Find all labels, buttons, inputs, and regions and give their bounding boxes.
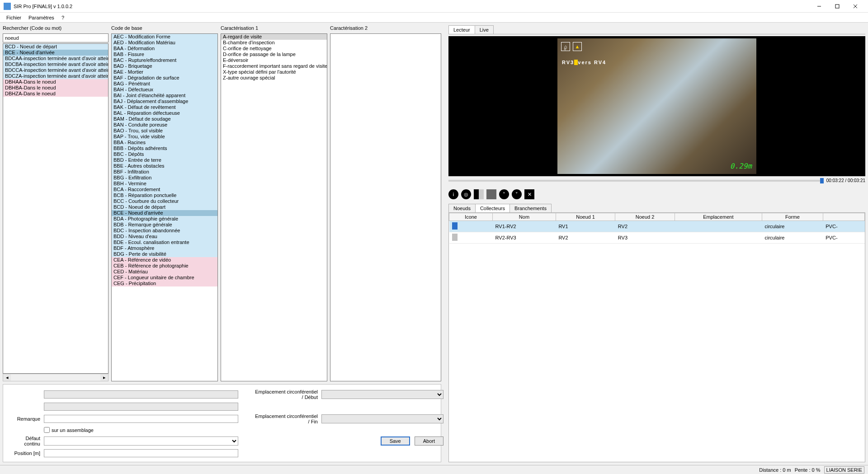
carac2-list[interactable] (330, 33, 441, 381)
search-result-item[interactable]: BCE - Noeud d'arrivée (3, 50, 108, 56)
carac1-list[interactable]: A-regard de visiteB-chambre d'inspection… (221, 33, 327, 381)
carac1-item[interactable]: A-regard de visite (221, 34, 327, 40)
code-item[interactable]: BAD - Briquetage (112, 63, 217, 69)
table-header[interactable]: Nom (493, 213, 556, 221)
abort-button[interactable]: Abort (415, 436, 443, 446)
code-item[interactable]: BAE - Mortier (112, 69, 217, 75)
code-item[interactable]: BDC - Inspection abandonnée (112, 228, 217, 234)
code-item[interactable]: BAB - Fissure (112, 52, 217, 57)
search-result-item[interactable]: BDCZA-inspection terminée avant d'avoir … (3, 73, 108, 79)
code-item[interactable]: BBH - Vermine (112, 181, 217, 187)
code-item[interactable]: CED - Matériau (112, 269, 217, 275)
carac1-item[interactable]: D-orifice de passage de la lampe (221, 52, 327, 57)
code-item[interactable]: BAN - Conduite poreuse (112, 122, 217, 128)
table-header[interactable]: Emplacement (675, 213, 762, 221)
save-button[interactable]: Save (381, 436, 410, 446)
search-result-item[interactable]: BDCCA-inspection terminée avant d'avoir … (3, 67, 108, 73)
code-item[interactable]: BBF - Infiltration (112, 169, 217, 175)
code-item[interactable]: BBB - Dépôts adhérents (112, 145, 217, 151)
code-item[interactable]: BCA - Raccordement (112, 187, 217, 192)
code-item[interactable]: BDD - Niveau d'eau (112, 234, 217, 239)
table-header[interactable] (823, 213, 864, 221)
remarque-field[interactable] (44, 415, 238, 423)
info-icon[interactable]: i (448, 189, 458, 199)
assemblage-checkbox[interactable] (44, 427, 50, 433)
down-icon[interactable]: ˅ (512, 189, 522, 199)
code-item[interactable]: BBG - Exfiltration (112, 175, 217, 181)
maximize-button[interactable] (828, 0, 846, 13)
code-item[interactable]: BAA - Déformation (112, 46, 217, 52)
codes-list[interactable]: AEC - Modification FormeAED - Modificati… (111, 33, 218, 381)
carac1-item[interactable]: B-chambre d'inspection (221, 40, 327, 46)
table-header[interactable]: Icone (449, 213, 493, 221)
code-item[interactable]: BCD - Noeud de départ (112, 204, 217, 210)
code-item[interactable]: BDF - Atmosphère (112, 245, 217, 251)
code-item[interactable]: CEF - Longueur unitaire de chambre (112, 275, 217, 281)
code-item[interactable]: BCB - Réparation ponctuelle (112, 192, 217, 198)
carac1-item[interactable]: F-raccordement important sans regard de … (221, 63, 327, 69)
code-item[interactable]: BBC - Dépôts (112, 151, 217, 157)
tab-branchements[interactable]: Branchements (509, 204, 552, 212)
menu-fichier[interactable]: Fichier (3, 14, 25, 21)
code-item[interactable]: BAC - Rupture/effondrement (112, 57, 217, 63)
code-item[interactable]: BBD - Entrée de terre (112, 157, 217, 163)
code-item[interactable]: BAP - Trou, vide visible (112, 134, 217, 140)
circ-fin-select[interactable] (321, 414, 443, 423)
table-row[interactable]: RV1-RV2RV1RV2circulairePVC- (449, 221, 865, 232)
search-result-item[interactable]: BCD - Noeud de départ (3, 44, 108, 50)
code-item[interactable]: BBE - Autres obstacles (112, 163, 217, 169)
minimize-button[interactable] (810, 0, 828, 13)
search-result-item[interactable]: DBHBA-Dans le noeud (3, 85, 108, 91)
video-player[interactable]: ⌂0 ▲ RV3_vers RV4 0.29m (448, 36, 865, 176)
code-item[interactable]: BAO - Trou, sol visible (112, 128, 217, 134)
gray-icon[interactable] (486, 189, 496, 199)
table-row[interactable]: RV2-RV3RV2RV3circulairePVC- (449, 232, 865, 244)
code-item[interactable]: BBA - Racines (112, 140, 217, 145)
position-field[interactable] (44, 449, 238, 457)
carac1-item[interactable]: E-déversoir (221, 57, 327, 63)
circ-debut-select[interactable] (321, 390, 443, 399)
code-item[interactable]: BCC - Courbure du collecteur (112, 198, 217, 204)
defaut-select[interactable] (44, 436, 238, 446)
code-item[interactable]: BDA - Photographie générale (112, 216, 217, 222)
field-2[interactable] (44, 403, 238, 411)
search-result-item[interactable]: BDCAA-inspection terminée avant d'avoir … (3, 56, 108, 61)
code-item[interactable]: CEB - Référence de photographie (112, 263, 217, 269)
code-item[interactable]: BDE - Ecoul. canalisation entrante (112, 239, 217, 245)
code-item[interactable]: BAL - Réparation défectueuse (112, 110, 217, 116)
code-item[interactable]: BCE - Noeud d'arrivée (112, 210, 217, 216)
tab-collecteurs[interactable]: Collecteurs (475, 204, 510, 212)
search-input[interactable] (3, 33, 108, 42)
table-header[interactable]: Forme (762, 213, 823, 221)
close-button[interactable] (846, 0, 864, 13)
split-icon[interactable] (474, 189, 484, 199)
collecteurs-table-wrap[interactable]: IconeNomNoeud 1Noeud 2EmplacementForme R… (448, 212, 865, 462)
tab-noeuds[interactable]: Noeuds (448, 204, 476, 212)
carac1-item[interactable]: Z-autre ouvrage spécial (221, 75, 327, 81)
menu-parametres[interactable]: Paramètres (25, 14, 58, 21)
search-results-list[interactable]: BCD - Noeud de départBCE - Noeud d'arriv… (3, 43, 108, 374)
table-header[interactable]: Noeud 2 (615, 213, 675, 221)
menu-help[interactable]: ? (58, 14, 68, 21)
up-icon[interactable]: ˄ (499, 189, 509, 199)
search-result-item[interactable]: DBHAA-Dans le noeud (3, 79, 108, 85)
code-item[interactable]: CEA - Référence de vidéo (112, 257, 217, 263)
search-result-item[interactable]: DBHZA-Dans le noeud (3, 91, 108, 97)
carac1-item[interactable]: C-orifice de nettoyage (221, 46, 327, 52)
tab-live[interactable]: Live (475, 25, 494, 34)
code-item[interactable]: BAG - Pénétrant (112, 81, 217, 87)
code-item[interactable]: BAF - Dégradation de surface (112, 75, 217, 81)
search-hscroll[interactable]: ◂▸ (3, 374, 108, 381)
code-item[interactable]: BAJ - Déplacement d'assemblage (112, 99, 217, 104)
tab-lecteur[interactable]: Lecteur (448, 25, 475, 34)
code-item[interactable]: CEG - Précipitation (112, 281, 217, 286)
code-item[interactable]: BAI - Joint d'étanchéité apparent (112, 93, 217, 99)
field-1[interactable] (44, 390, 238, 399)
code-item[interactable]: BDB - Remarque générale (112, 222, 217, 228)
target-icon[interactable]: ◎ (461, 189, 471, 199)
search-result-item[interactable]: BDCBA-inspection terminée avant d'avoir … (3, 61, 108, 67)
table-header[interactable]: Noeud 1 (556, 213, 615, 221)
code-item[interactable]: BAK - Défaut de revêtement (112, 104, 217, 110)
timeline[interactable]: 00:03:22 / 00:03:21 (448, 178, 865, 183)
carac1-item[interactable]: X-type spécial défini par l'autorité (221, 69, 327, 75)
